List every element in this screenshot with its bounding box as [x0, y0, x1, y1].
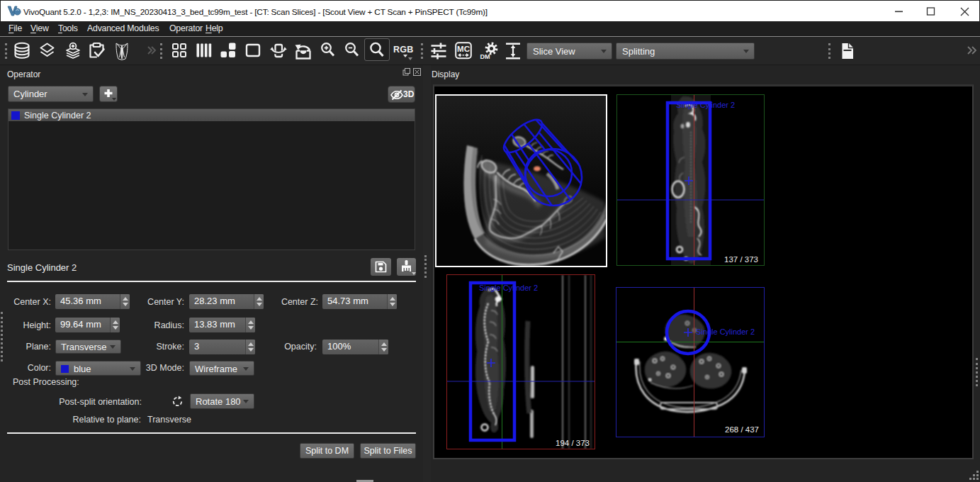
- svg-text:MC: MC: [457, 45, 470, 53]
- svg-text:DM: DM: [480, 53, 490, 60]
